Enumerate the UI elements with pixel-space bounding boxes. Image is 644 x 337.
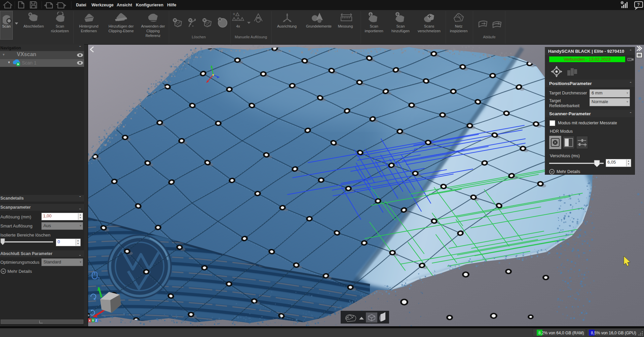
svg-text:+: + (233, 11, 235, 16)
svg-text:?: ? (637, 2, 640, 7)
svg-text:Y: Y (92, 319, 94, 322)
svg-text:X: X (89, 319, 91, 322)
svg-text:Z: Z (96, 319, 98, 322)
svg-text:?: ? (98, 277, 100, 281)
